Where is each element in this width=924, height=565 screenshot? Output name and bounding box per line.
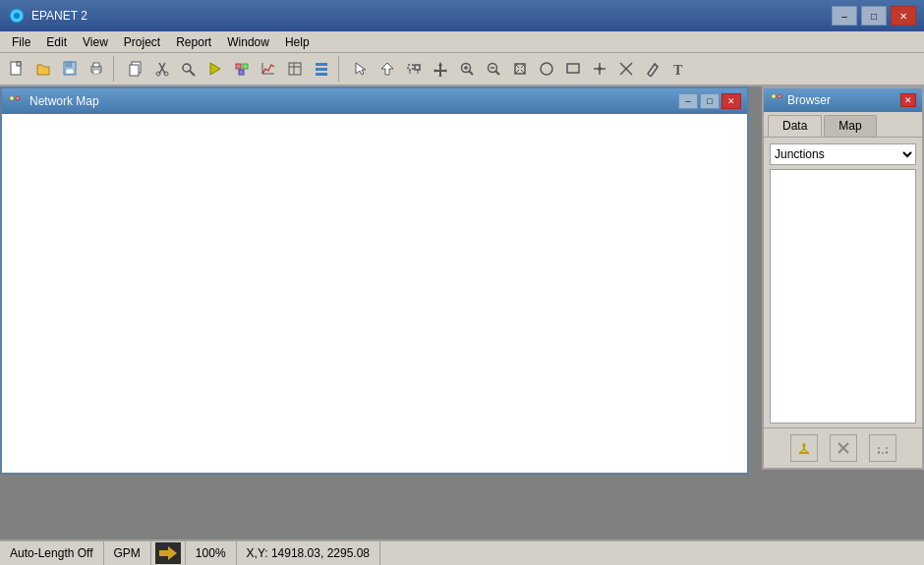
- toolbar: T: [0, 53, 924, 86]
- svg-marker-72: [159, 546, 177, 560]
- tab-data[interactable]: Data: [768, 115, 822, 137]
- nm-close-button[interactable]: ✕: [722, 93, 741, 109]
- svg-rect-63: [803, 445, 805, 449]
- svg-rect-11: [130, 65, 139, 76]
- app-title: EPANET 2: [31, 9, 832, 23]
- network-map-canvas: [2, 114, 747, 473]
- svg-point-1: [14, 13, 20, 19]
- browser-tabs: Data Map: [764, 112, 922, 138]
- maximize-button[interactable]: □: [861, 6, 887, 26]
- pen-tool[interactable]: [640, 56, 665, 82]
- svg-rect-6: [66, 69, 74, 74]
- menu-window[interactable]: Window: [219, 33, 277, 51]
- main-area: Network Map – □ ✕ Browser ✕ Data Map: [0, 86, 924, 539]
- svg-rect-27: [316, 63, 327, 66]
- tab-map[interactable]: Map: [824, 115, 876, 137]
- scenario-button[interactable]: [229, 56, 255, 82]
- svg-rect-19: [236, 64, 241, 69]
- svg-rect-3: [17, 62, 21, 66]
- svg-rect-28: [316, 68, 327, 71]
- browser-footer: [764, 427, 922, 468]
- save-button[interactable]: [57, 56, 83, 82]
- find-button[interactable]: [176, 56, 202, 82]
- svg-rect-33: [415, 65, 420, 70]
- pipe-tool[interactable]: [613, 56, 639, 82]
- svg-point-58: [10, 96, 14, 100]
- browser-add-button[interactable]: [790, 434, 818, 462]
- status-bar: Auto-Length Off GPM 100% X,Y: 14918.03, …: [0, 539, 924, 565]
- table-button[interactable]: [282, 56, 308, 82]
- network-map-title: Network Map: [29, 94, 678, 108]
- menu-view[interactable]: View: [75, 33, 116, 51]
- svg-text:T: T: [673, 63, 683, 77]
- svg-rect-5: [66, 62, 72, 67]
- run-button[interactable]: [202, 56, 228, 82]
- menu-project[interactable]: Project: [116, 33, 168, 51]
- flow-direction-icon: [155, 542, 181, 564]
- arrow-tool[interactable]: [375, 56, 400, 82]
- open-button[interactable]: [30, 56, 56, 82]
- title-bar: EPANET 2 – □ ✕: [0, 0, 924, 31]
- coordinates-status: X,Y: 14918.03, 2295.08: [237, 541, 380, 565]
- minimize-button[interactable]: –: [832, 6, 857, 26]
- svg-marker-36: [433, 62, 447, 77]
- svg-point-59: [16, 96, 20, 100]
- svg-marker-31: [381, 63, 393, 75]
- svg-rect-8: [93, 63, 99, 67]
- svg-marker-18: [210, 63, 220, 75]
- zoom-in-tool[interactable]: [454, 56, 480, 82]
- svg-point-61: [778, 94, 781, 98]
- new-button[interactable]: [4, 56, 29, 82]
- close-button[interactable]: ✕: [891, 6, 916, 26]
- select-tool[interactable]: [348, 56, 374, 82]
- svg-line-17: [190, 71, 195, 76]
- browser-title: Browser: [787, 93, 900, 107]
- graph-button[interactable]: [256, 56, 281, 82]
- tb-sep-2: [338, 56, 344, 82]
- options-button[interactable]: [309, 56, 334, 82]
- title-bar-controls: – □ ✕: [832, 6, 916, 26]
- browser-titlebar: Browser ✕: [764, 88, 922, 112]
- text-tool[interactable]: T: [666, 56, 692, 82]
- tb-sep-1: [113, 56, 119, 82]
- browser-list: [770, 169, 916, 424]
- nm-minimize-button[interactable]: –: [678, 93, 698, 109]
- menu-bar: File Edit View Project Report Window Hel…: [0, 31, 924, 53]
- network-map-titlebar: Network Map – □ ✕: [2, 88, 747, 114]
- print-button[interactable]: [84, 56, 109, 82]
- lasso-tool[interactable]: [401, 56, 427, 82]
- svg-rect-32: [408, 65, 413, 70]
- browser-delete-button[interactable]: [830, 434, 857, 462]
- network-map-icon: [8, 93, 24, 109]
- circle-tool[interactable]: [534, 56, 559, 82]
- rect-tool[interactable]: [560, 56, 586, 82]
- menu-help[interactable]: Help: [277, 33, 318, 51]
- app-icon: [8, 7, 26, 25]
- menu-report[interactable]: Report: [168, 33, 219, 51]
- svg-point-16: [183, 64, 191, 72]
- menu-file[interactable]: File: [4, 33, 38, 51]
- browser-icon: [770, 92, 783, 109]
- cut-button[interactable]: [149, 56, 175, 82]
- svg-point-53: [598, 67, 602, 71]
- full-extent-tool[interactable]: [507, 56, 533, 82]
- browser-panel: Browser ✕ Data Map Junctions Reservoirs …: [762, 86, 924, 470]
- nm-maximize-button[interactable]: □: [700, 93, 720, 109]
- flow-icon-segment: [151, 541, 186, 565]
- svg-point-60: [772, 94, 776, 98]
- svg-rect-29: [316, 73, 327, 76]
- junction-tool[interactable]: [587, 56, 612, 82]
- zoom-out-tool[interactable]: [481, 56, 506, 82]
- svg-point-49: [541, 63, 552, 75]
- copy-button[interactable]: [123, 56, 148, 82]
- svg-rect-21: [239, 70, 244, 75]
- svg-rect-24: [289, 63, 301, 75]
- network-map-window: Network Map – □ ✕: [0, 86, 749, 475]
- browser-dropdown[interactable]: Junctions Reservoirs Tanks Pipes Pumps V…: [770, 143, 916, 165]
- browser-edit-button[interactable]: [869, 434, 896, 462]
- browser-type-select[interactable]: Junctions Reservoirs Tanks Pipes Pumps V…: [770, 143, 916, 165]
- move-tool[interactable]: [428, 56, 453, 82]
- menu-edit[interactable]: Edit: [38, 33, 75, 51]
- svg-rect-9: [93, 70, 99, 74]
- browser-close-button[interactable]: ✕: [900, 93, 916, 107]
